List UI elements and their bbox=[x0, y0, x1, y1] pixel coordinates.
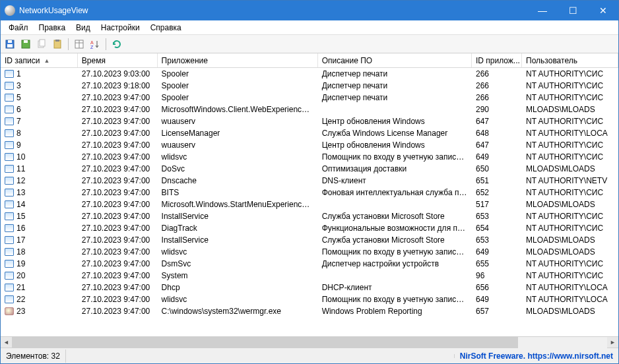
sort-icon[interactable]: AZ bbox=[88, 38, 102, 51]
export-icon[interactable] bbox=[19, 38, 32, 51]
cell-user: NT AUTHORITY\СИС bbox=[522, 80, 618, 91]
cell-appid: 649 bbox=[472, 294, 522, 305]
cell-app: Dhcp bbox=[158, 282, 318, 293]
table-row[interactable]: 827.10.2023 9:47:00LicenseManagerСлужба … bbox=[1, 127, 618, 139]
table-row[interactable]: 127.10.2023 9:03:00SpoolerДиспетчер печа… bbox=[1, 68, 618, 80]
list-view[interactable]: ID записи▲ВремяПриложениеОписание ПОID п… bbox=[1, 53, 618, 336]
horizontal-scrollbar[interactable]: ◄ ► bbox=[1, 336, 618, 348]
cell-time: 27.10.2023 9:47:00 bbox=[78, 247, 158, 257]
table-row[interactable]: 1027.10.2023 9:47:00wlidsvcПомощник по в… bbox=[1, 151, 618, 163]
copy-icon[interactable] bbox=[35, 38, 48, 51]
cell-desc: Оптимизация доставки bbox=[318, 164, 472, 174]
cell-desc: Диспетчер настройки устройств bbox=[318, 258, 472, 269]
scroll-right-icon[interactable]: ► bbox=[607, 337, 618, 348]
cell-appid: 266 bbox=[472, 92, 522, 103]
cell-app: DiagTrack bbox=[158, 223, 318, 233]
cell-user: MLOADS\MLOADS bbox=[522, 104, 618, 115]
column-header[interactable]: Время bbox=[78, 53, 158, 67]
cell-app: InstallService bbox=[158, 211, 318, 222]
svg-text:Z: Z bbox=[90, 45, 94, 49]
cell-user: NT AUTHORITY\СИС bbox=[522, 69, 618, 79]
cell-appid: 266 bbox=[472, 69, 522, 79]
cell-appid: 290 bbox=[472, 104, 522, 115]
menubar: ФайлПравкаВидНастройкиСправка bbox=[1, 20, 618, 35]
scroll-track[interactable] bbox=[12, 337, 607, 348]
record-icon bbox=[5, 82, 14, 90]
column-header[interactable]: ID прилож... bbox=[472, 53, 522, 67]
table-row[interactable]: 1627.10.2023 9:47:00DiagTrackФункциональ… bbox=[1, 222, 618, 234]
column-header[interactable]: Пользователь bbox=[522, 53, 618, 67]
save-icon[interactable] bbox=[3, 38, 16, 51]
refresh-icon[interactable] bbox=[110, 38, 123, 51]
table-row[interactable]: 927.10.2023 9:47:00wuauservЦентр обновле… bbox=[1, 139, 618, 151]
table-row[interactable]: 327.10.2023 9:18:00SpoolerДиспетчер печа… bbox=[1, 80, 618, 92]
status-count: Элементов: 32 bbox=[1, 349, 66, 363]
cell-desc: DNS-клиент bbox=[318, 175, 472, 186]
maximize-button[interactable]: ☐ bbox=[558, 1, 588, 20]
cell-time: 27.10.2023 9:47:00 bbox=[78, 104, 158, 115]
record-icon bbox=[5, 236, 14, 244]
cell-time: 27.10.2023 9:47:00 bbox=[78, 152, 158, 162]
table-row[interactable]: 1227.10.2023 9:47:00DnscacheDNS-клиент65… bbox=[1, 175, 618, 187]
table-row[interactable]: 527.10.2023 9:47:00SpoolerДиспетчер печа… bbox=[1, 92, 618, 104]
record-icon bbox=[5, 165, 14, 173]
column-header[interactable]: Описание ПО bbox=[318, 53, 472, 67]
cell-appid: 650 bbox=[472, 164, 522, 174]
record-icon bbox=[5, 272, 14, 280]
menu-правка[interactable]: Правка bbox=[34, 22, 71, 34]
svg-rect-1 bbox=[8, 40, 12, 43]
credit-link[interactable]: NirSoft Freeware. https://www.nirsoft.ne… bbox=[455, 349, 618, 363]
table-row[interactable]: 627.10.2023 9:47:00MicrosoftWindows.Clie… bbox=[1, 104, 618, 115]
cell-time: 27.10.2023 9:47:00 bbox=[78, 128, 158, 138]
table-row[interactable]: 1727.10.2023 9:47:00InstallServiceСлужба… bbox=[1, 234, 618, 246]
minimize-button[interactable]: — bbox=[527, 1, 558, 20]
cell-appid: 652 bbox=[472, 187, 522, 198]
column-header[interactable]: Приложение bbox=[158, 53, 318, 67]
record-icon bbox=[5, 70, 14, 78]
table-row[interactable]: 1927.10.2023 9:47:00DsmSvcДиспетчер наст… bbox=[1, 258, 618, 270]
record-icon bbox=[5, 106, 14, 113]
columns-icon[interactable] bbox=[73, 38, 86, 51]
cell-id: 12 bbox=[1, 175, 78, 186]
cell-user: MLOADS\MLOADS bbox=[522, 306, 618, 317]
cell-id: 13 bbox=[1, 187, 78, 198]
cell-app: LicenseManager bbox=[158, 128, 318, 138]
titlebar[interactable]: NetworkUsageView — ☐ ✕ bbox=[1, 1, 618, 20]
table-row[interactable]: 727.10.2023 9:47:00wuauservЦентр обновле… bbox=[1, 115, 618, 127]
cell-id: 19 bbox=[1, 258, 78, 269]
table-row[interactable]: 2127.10.2023 9:47:00DhcpDHCP-клиент656NT… bbox=[1, 282, 618, 293]
table-row[interactable]: 1427.10.2023 9:47:00Microsoft.Windows.St… bbox=[1, 198, 618, 210]
cell-app: DoSvc bbox=[158, 164, 318, 174]
record-icon bbox=[5, 129, 14, 137]
cell-user: NT AUTHORITY\СИС bbox=[522, 116, 618, 127]
cell-appid: 649 bbox=[472, 247, 522, 257]
menu-настройки[interactable]: Настройки bbox=[96, 22, 145, 34]
cell-desc: Фоновая интеллектуальная служба пер... bbox=[318, 187, 472, 198]
table-row[interactable]: 1527.10.2023 9:47:00InstallServiceСлужба… bbox=[1, 210, 618, 222]
table-row[interactable]: 1827.10.2023 9:47:00wlidsvcПомощник по в… bbox=[1, 246, 618, 258]
cell-appid: 657 bbox=[472, 306, 522, 317]
scroll-left-icon[interactable]: ◄ bbox=[1, 337, 12, 348]
scroll-thumb[interactable] bbox=[12, 337, 518, 348]
paste-icon[interactable] bbox=[51, 38, 64, 51]
cell-appid: 656 bbox=[472, 282, 522, 293]
cell-app: System bbox=[158, 270, 318, 281]
table-row[interactable]: 2027.10.2023 9:47:00System96NT AUTHORITY… bbox=[1, 270, 618, 282]
table-row[interactable]: 1127.10.2023 9:47:00DoSvcОптимизация дос… bbox=[1, 163, 618, 175]
table-row[interactable]: 2327.10.2023 9:47:00C:\windows\system32\… bbox=[1, 305, 618, 317]
menu-вид[interactable]: Вид bbox=[71, 22, 96, 34]
cell-user: NT AUTHORITY\СИС bbox=[522, 92, 618, 103]
table-row[interactable]: 2227.10.2023 9:47:00wlidsvcПомощник по в… bbox=[1, 293, 618, 305]
cell-id: 8 bbox=[1, 128, 78, 138]
cell-time: 27.10.2023 9:18:00 bbox=[78, 80, 158, 91]
column-header[interactable]: ID записи▲ bbox=[1, 53, 78, 67]
close-button[interactable]: ✕ bbox=[588, 1, 618, 20]
cell-user: NT AUTHORITY\СИС bbox=[522, 152, 618, 162]
cell-app: wlidsvc bbox=[158, 294, 318, 305]
cell-appid: 649 bbox=[472, 152, 522, 162]
cell-user: MLOADS\MLOADS bbox=[522, 235, 618, 245]
table-row[interactable]: 1327.10.2023 9:47:00BITSФоновая интеллек… bbox=[1, 187, 618, 198]
svg-text:A: A bbox=[90, 40, 94, 45]
menu-справка[interactable]: Справка bbox=[145, 22, 187, 34]
menu-файл[interactable]: Файл bbox=[3, 22, 34, 34]
